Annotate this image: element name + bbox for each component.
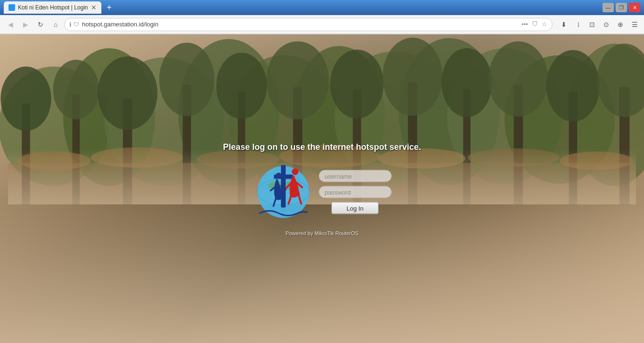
svg-point-54: [276, 173, 281, 179]
toolbar-right-icons: ⬇ ⫶ ⊡ ⊙ ⊕ ☰: [558, 19, 640, 30]
info-icon: ℹ: [69, 21, 72, 28]
login-form: Log In: [319, 170, 392, 214]
account-icon[interactable]: ⊙: [601, 19, 612, 30]
login-box: Log In: [253, 162, 392, 223]
forward-button[interactable]: ▶: [19, 18, 32, 31]
shield-icon: 🛡: [74, 21, 79, 28]
svg-point-12: [0, 66, 51, 131]
pocket-icon[interactable]: ⛉: [532, 21, 538, 28]
address-bar[interactable]: ℹ 🛡 hotspot.gamestation.id/login ••• ⛉ ☆: [64, 18, 553, 31]
svg-point-14: [53, 60, 99, 120]
download-icon[interactable]: ⬇: [558, 19, 570, 30]
back-button[interactable]: ◀: [4, 18, 17, 31]
tab-title: Koti ni Eden Hotspot | Login: [18, 4, 88, 11]
browser-chrome: Koti ni Eden Hotspot | Login ✕ + — ❐ ✕ ◀…: [0, 0, 644, 34]
reload-button[interactable]: ↻: [34, 18, 47, 31]
svg-point-22: [266, 41, 329, 120]
library-icon[interactable]: ⫶: [572, 19, 584, 30]
address-security-icons: ℹ 🛡: [69, 21, 79, 28]
login-area: Please log on to use the internet hotspo…: [223, 142, 421, 236]
svg-point-32: [546, 50, 600, 122]
url-text: hotspot.gamestation.id/login: [82, 21, 519, 28]
svg-point-28: [442, 48, 492, 117]
minimize-button[interactable]: —: [603, 3, 614, 12]
menu-icon[interactable]: ☰: [629, 19, 640, 30]
sidebar-icon[interactable]: ⊡: [586, 19, 598, 30]
more-options-icon[interactable]: •••: [521, 21, 528, 28]
username-input[interactable]: [319, 170, 392, 182]
browser-tab[interactable]: Koti ni Eden Hotspot | Login ✕: [4, 1, 101, 14]
address-right-icons: ••• ⛉ ☆: [521, 21, 547, 28]
bookmark-icon[interactable]: ☆: [542, 21, 547, 28]
title-bar: Koti ni Eden Hotspot | Login ✕ + — ❐ ✕: [0, 0, 644, 15]
powered-by-text: Powered by MikroTik RouterOS: [286, 230, 358, 236]
svg-point-18: [159, 43, 215, 116]
restore-button[interactable]: ❐: [616, 3, 627, 12]
svg-point-30: [488, 41, 548, 117]
svg-point-16: [98, 57, 157, 130]
browser-toolbar: ◀ ▶ ↻ ⌂ ℹ 🛡 hotspot.gamestation.id/login…: [0, 15, 644, 34]
login-button[interactable]: Log In: [331, 202, 379, 214]
logo-container: [253, 162, 309, 223]
headline-text: Please log on to use the internet hotspo…: [223, 142, 421, 152]
password-input[interactable]: [319, 186, 392, 198]
tab-close-button[interactable]: ✕: [91, 4, 97, 11]
window-controls: — ❐ ✕: [603, 3, 640, 12]
home-button[interactable]: ⌂: [49, 18, 62, 31]
svg-point-26: [383, 38, 443, 116]
global-icon[interactable]: ⊕: [615, 19, 626, 30]
svg-point-20: [216, 53, 267, 119]
new-tab-button[interactable]: +: [103, 1, 116, 14]
svg-point-24: [330, 49, 384, 118]
tab-favicon: [8, 4, 15, 11]
page-content: Please log on to use the internet hotspo…: [0, 34, 644, 343]
svg-point-49: [292, 169, 298, 175]
close-button[interactable]: ✕: [629, 3, 640, 12]
site-logo: [253, 162, 309, 223]
